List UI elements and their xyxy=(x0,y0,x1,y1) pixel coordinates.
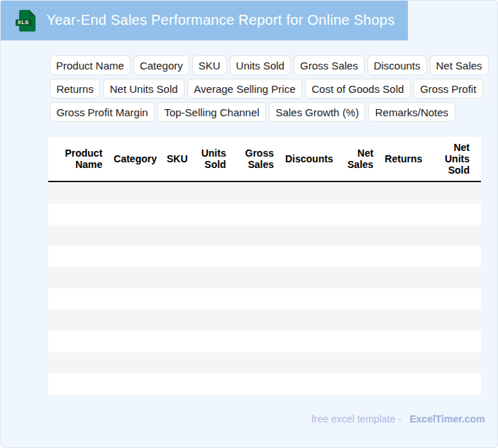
svg-text:XLS: XLS xyxy=(18,19,29,26)
